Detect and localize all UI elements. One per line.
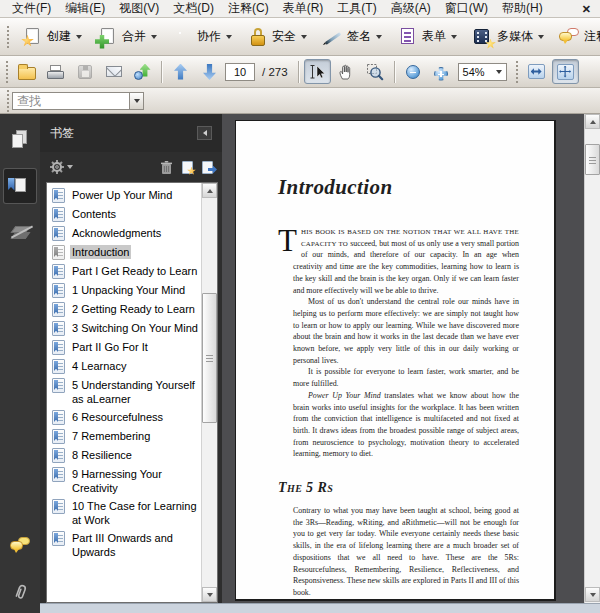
- pages-panel-button[interactable]: [4, 122, 36, 156]
- bookmark-item[interactable]: 10 The Case for Learning at Work: [52, 497, 201, 529]
- scroll-down-button[interactable]: [202, 587, 217, 602]
- save-button[interactable]: [71, 59, 98, 84]
- scroll-thumb[interactable]: [585, 144, 600, 175]
- next-page-button[interactable]: [196, 59, 223, 84]
- scroll-up-button[interactable]: [585, 114, 600, 129]
- bookmark-item[interactable]: 5 Understanding Yourself as aLearner: [52, 376, 201, 408]
- create-button[interactable]: 创建: [16, 24, 87, 50]
- menu-item-comments[interactable]: 注释(C): [221, 0, 276, 18]
- bookmark-item[interactable]: 2 Getting Ready to Learn: [52, 300, 201, 319]
- paragraph: Contrary to what you may have been taugh…: [293, 505, 519, 599]
- bookmark-page-icon: [52, 245, 65, 260]
- menu-item-file[interactable]: 文件(F): [5, 0, 58, 18]
- collapse-panel-button[interactable]: [197, 126, 212, 140]
- toolbar-gripper[interactable]: [6, 89, 10, 113]
- chevron-down-icon: [76, 35, 82, 39]
- comment-button[interactable]: 注释: [553, 24, 600, 50]
- chevron-down-icon: [151, 35, 157, 39]
- triangle-down-icon: [207, 593, 213, 597]
- bookmark-item-selected[interactable]: Introduction: [52, 243, 201, 262]
- bookmarks-panel-title: 书签: [50, 125, 74, 142]
- toolbar-gripper[interactable]: [515, 60, 519, 84]
- forms-button[interactable]: 表单: [391, 24, 462, 50]
- select-tool-button[interactable]: [304, 59, 331, 84]
- find-input[interactable]: [12, 92, 130, 110]
- film-icon: [471, 27, 493, 47]
- print-button[interactable]: [42, 59, 69, 84]
- marquee-zoom-button[interactable]: [362, 59, 389, 84]
- bookmark-item[interactable]: 1 Unpacking Your Mind: [52, 281, 201, 300]
- toolbar-gripper[interactable]: [6, 25, 10, 49]
- bookmark-item[interactable]: 8 Resilience: [52, 446, 201, 465]
- document-scrollbar[interactable]: [584, 114, 600, 613]
- multimedia-button[interactable]: 多媒体: [466, 24, 549, 50]
- bookmark-item[interactable]: Part II Go For It: [52, 338, 201, 357]
- zoom-out-button[interactable]: [400, 59, 427, 84]
- attachments-panel-button[interactable]: [4, 575, 36, 609]
- bookmark-item[interactable]: 7 Remembering: [52, 427, 201, 446]
- menu-item-tools[interactable]: 工具(T): [330, 0, 383, 18]
- pages-icon: [12, 130, 29, 149]
- bookmark-item[interactable]: Contents: [52, 205, 201, 224]
- drop-cap: T: [278, 226, 301, 253]
- bookmark-page-icon: [52, 410, 65, 425]
- delete-bookmark-button[interactable]: [160, 160, 173, 175]
- previous-page-button[interactable]: [167, 59, 194, 84]
- globe-upload-icon: [134, 64, 152, 80]
- chevron-down-icon: [376, 35, 382, 39]
- menu-item-document[interactable]: 文档(D): [166, 0, 221, 18]
- fit-width-button[interactable]: [523, 59, 550, 84]
- menu-item-forms[interactable]: 表单(R): [276, 0, 331, 18]
- zoom-level-select[interactable]: 54%: [458, 63, 507, 81]
- bookmark-item[interactable]: 9 Harnessing Your Creativity: [52, 465, 201, 497]
- layers-panel-button[interactable]: [4, 216, 36, 250]
- bookmark-page-icon: [52, 448, 65, 463]
- find-options-button[interactable]: [130, 92, 144, 110]
- expand-bookmark-button[interactable]: [202, 161, 213, 174]
- bookmarks-scrollbar[interactable]: [201, 183, 217, 602]
- bookmark-item[interactable]: Acknowledgments: [52, 224, 201, 243]
- combine-button[interactable]: 合并: [91, 24, 162, 50]
- page-number-input[interactable]: 10: [225, 63, 255, 81]
- close-icon[interactable]: ✕: [582, 4, 591, 14]
- find-bar: [0, 88, 600, 114]
- bookmark-item[interactable]: Part I Get Ready to Learn: [52, 262, 201, 281]
- triangle-up-icon: [590, 120, 596, 124]
- open-button[interactable]: [13, 59, 40, 84]
- comments-panel-button[interactable]: [4, 528, 36, 562]
- sign-button[interactable]: 签名: [316, 24, 387, 50]
- new-bookmark-icon: [182, 161, 193, 174]
- bookmark-item[interactable]: Power Up Your Mind: [52, 186, 201, 205]
- task-toolbar: 创建 合并 协作 安全 签名 表单 多媒体: [0, 18, 600, 56]
- scroll-down-button[interactable]: [585, 587, 600, 602]
- bookmark-options-button[interactable]: [49, 159, 73, 175]
- toolbar-gripper[interactable]: [5, 60, 9, 84]
- scroll-thumb[interactable]: [202, 293, 217, 423]
- upload-button[interactable]: [129, 59, 156, 84]
- secure-button[interactable]: 安全: [241, 24, 312, 50]
- bookmark-item[interactable]: 3 Switching On Your Mind: [52, 319, 201, 338]
- collaborate-button[interactable]: 协作: [166, 24, 237, 50]
- layers-icon: [12, 224, 29, 243]
- zoom-in-button[interactable]: [429, 59, 456, 84]
- bookmarks-panel-button[interactable]: [4, 169, 36, 203]
- hand-tool-button[interactable]: [333, 59, 360, 84]
- menu-item-window[interactable]: 窗口(W): [438, 0, 495, 18]
- menu-item-advanced[interactable]: 高级(A): [384, 0, 438, 18]
- arrow-down-icon: [203, 64, 216, 80]
- minus-circle-icon: [406, 65, 420, 79]
- menu-bar: 文件(F) 编辑(E) 视图(V) 文档(D) 注释(C) 表单(R) 工具(T…: [0, 0, 600, 18]
- menu-item-help[interactable]: 帮助(H): [495, 0, 550, 18]
- bookmark-item[interactable]: 4 Learnacy: [52, 357, 201, 376]
- fit-page-button[interactable]: [552, 59, 579, 84]
- gear-icon: [49, 159, 65, 175]
- bookmark-item[interactable]: Part III Onwards and Upwards: [52, 529, 201, 561]
- menu-item-edit[interactable]: 编辑(E): [58, 0, 112, 18]
- bookmark-page-icon: [52, 264, 65, 279]
- bookmark-item[interactable]: 6 Resourcefulness: [52, 408, 201, 427]
- scroll-up-button[interactable]: [202, 183, 217, 198]
- email-button[interactable]: [100, 59, 127, 84]
- menu-item-view[interactable]: 视图(V): [112, 0, 166, 18]
- lock-icon: [246, 27, 268, 47]
- new-bookmark-button[interactable]: [182, 161, 193, 174]
